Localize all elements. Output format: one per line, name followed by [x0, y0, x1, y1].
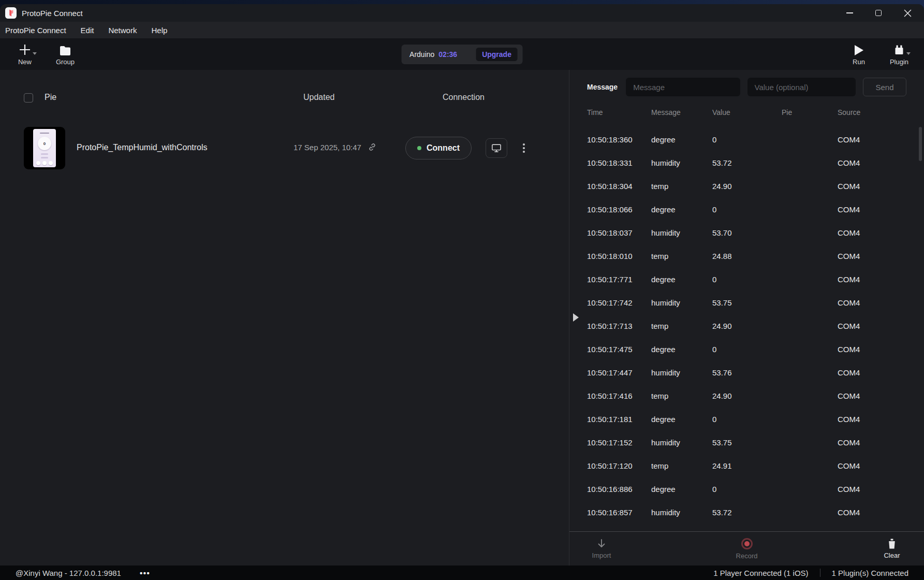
pie-name: ProtoPie_TempHumid_withControls	[77, 143, 208, 152]
send-button[interactable]: Send	[863, 78, 906, 96]
app-window: ProtoPie Connect ProtoPie Connect Edit N…	[0, 4, 924, 580]
plus-icon	[18, 43, 32, 56]
value-input[interactable]	[747, 78, 856, 96]
cell-value: 0	[712, 205, 782, 214]
main-area: Pie Updated Connection 0 ProtoPie_TempHu…	[0, 70, 924, 566]
column-header-updated: Updated	[303, 93, 335, 102]
cell-value: 24.90	[712, 392, 782, 400]
minimize-icon[interactable]	[841, 6, 858, 20]
cell-value: 53.76	[712, 368, 782, 377]
message-input[interactable]	[626, 78, 740, 96]
cell-time: 10:50:18:360	[587, 135, 651, 144]
cell-time: 10:50:17:713	[587, 322, 651, 330]
log-row: 10:50:17:152humidity53.75COM4	[569, 431, 924, 454]
scrollbar-thumb[interactable]	[919, 127, 922, 161]
log-footer-bar: Import Record Clear	[569, 531, 924, 566]
menu-network[interactable]: Network	[108, 26, 137, 35]
toolbar-right: Run Plugin	[847, 43, 911, 66]
more-options-icon[interactable]	[521, 140, 527, 156]
run-button[interactable]: Run	[847, 43, 870, 66]
cell-message: degree	[651, 415, 712, 424]
cell-message: humidity	[651, 438, 712, 447]
select-all-checkbox[interactable]	[24, 93, 33, 103]
cell-source: COM4	[838, 205, 917, 214]
cell-time: 10:50:17:152	[587, 438, 651, 447]
cell-source: COM4	[838, 322, 917, 330]
cell-message: humidity	[651, 228, 712, 237]
panel-collapse-handle-icon[interactable]	[573, 313, 579, 322]
cell-source: COM4	[838, 415, 917, 424]
menu-help[interactable]: Help	[151, 26, 167, 35]
title-bar: ProtoPie Connect	[0, 4, 924, 22]
cell-message: humidity	[651, 298, 712, 307]
cell-value: 24.90	[712, 182, 782, 191]
cell-time: 10:50:17:447	[587, 368, 651, 377]
upgrade-button[interactable]: Upgrade	[476, 48, 518, 61]
cell-source: COM4	[838, 461, 917, 470]
message-label: Message	[587, 83, 618, 91]
link-icon[interactable]	[368, 142, 377, 152]
cell-message: humidity	[651, 508, 712, 517]
cell-message: degree	[651, 135, 712, 144]
new-button[interactable]: New	[13, 43, 36, 66]
cell-time: 10:50:18:304	[587, 182, 651, 191]
cell-value: 53.70	[712, 228, 782, 237]
log-header-pie: Pie	[782, 108, 838, 117]
clear-button[interactable]: Clear	[878, 539, 905, 559]
record-icon	[741, 538, 753, 549]
cell-source: COM4	[838, 135, 917, 144]
log-header-value: Value	[712, 108, 782, 117]
cell-time: 10:50:18:037	[587, 228, 651, 237]
monitor-icon	[491, 143, 502, 153]
pie-list-row[interactable]: 0 ProtoPie_TempHumid_withControls 17 Sep…	[0, 127, 569, 169]
import-button[interactable]: Import	[588, 539, 615, 559]
cell-value: 0	[712, 485, 782, 494]
status-plugins: 1 Plugin(s) Connected	[832, 569, 908, 577]
close-icon[interactable]	[899, 6, 916, 20]
pie-list-header: Pie Updated Connection	[0, 87, 569, 110]
cell-source: COM4	[838, 345, 917, 354]
connect-button[interactable]: Connect	[405, 137, 472, 160]
pie-thumbnail-preview: 0	[33, 129, 56, 167]
cell-time: 10:50:17:416	[587, 392, 651, 400]
device-badge[interactable]: Arduino 02:36 Upgrade	[401, 45, 523, 64]
cell-source: COM4	[838, 392, 917, 400]
protopie-logo-icon	[5, 7, 17, 19]
menu-protopie-connect[interactable]: ProtoPie Connect	[5, 26, 66, 35]
cell-time: 10:50:17:181	[587, 415, 651, 424]
cell-source: COM4	[838, 298, 917, 307]
log-row: 10:50:17:447humidity53.76COM4	[569, 361, 924, 384]
cell-time: 10:50:17:475	[587, 345, 651, 354]
cell-source: COM4	[838, 485, 917, 494]
maximize-icon[interactable]	[870, 6, 887, 20]
cell-value: 53.72	[712, 508, 782, 517]
log-row: 10:50:18:360degree0COM4	[569, 128, 924, 151]
log-row: 10:50:17:416temp24.90COM4	[569, 384, 924, 408]
group-label: Group	[56, 58, 75, 66]
cell-time: 10:50:17:120	[587, 461, 651, 470]
cell-time: 10:50:18:010	[587, 252, 651, 260]
menu-bar: ProtoPie Connect Edit Network Help	[0, 22, 924, 38]
record-button[interactable]: Record	[734, 538, 760, 560]
column-header-pie: Pie	[45, 93, 56, 102]
column-header-connection: Connection	[443, 93, 485, 102]
plugin-button[interactable]: Plugin	[888, 43, 911, 66]
log-row: 10:50:17:742humidity53.75COM4	[569, 291, 924, 314]
cell-message: temp	[651, 252, 712, 260]
arrow-down-icon	[596, 539, 607, 549]
new-label: New	[18, 58, 32, 66]
status-more-icon[interactable]: •••	[140, 569, 150, 577]
status-right: 1 Player Connected (1 iOS) 1 Plugin(s) C…	[713, 569, 908, 577]
log-row: 10:50:18:331humidity53.72COM4	[569, 151, 924, 175]
pie-thumbnail[interactable]: 0	[24, 127, 65, 169]
log-row: 10:50:16:886degree0COM4	[569, 477, 924, 501]
preview-monitor-button[interactable]	[486, 138, 507, 158]
log-row: 10:50:17:475degree0COM4	[569, 338, 924, 361]
pie-connection-cell: Connect	[405, 137, 527, 160]
menu-edit[interactable]: Edit	[81, 26, 94, 35]
cell-value: 53.72	[712, 158, 782, 167]
window-controls	[841, 6, 916, 20]
group-button[interactable]: Group	[54, 43, 77, 66]
cell-value: 53.75	[712, 298, 782, 307]
log-row: 10:50:17:771degree0COM4	[569, 268, 924, 291]
